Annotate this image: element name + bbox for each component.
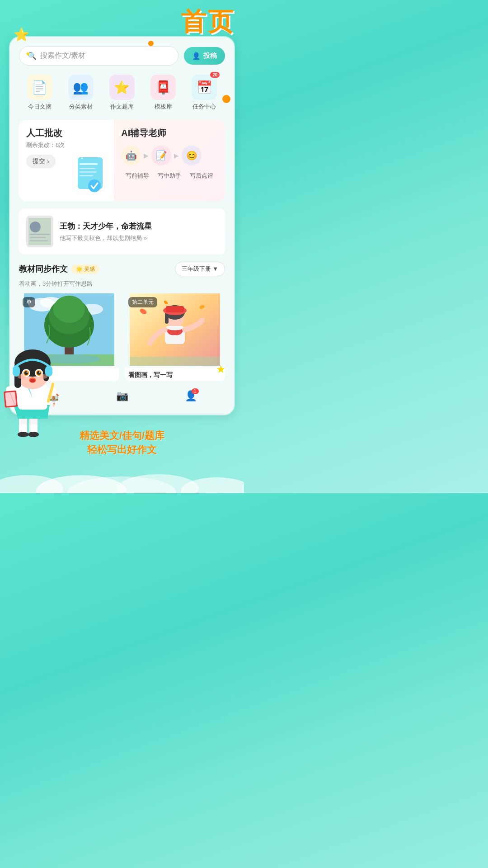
svg-point-62: [39, 374, 47, 379]
nav-item-daily[interactable]: 📄 今日文摘: [27, 75, 52, 111]
ai-step-3-icon: 😊: [182, 146, 202, 165]
daily-extract-label: 今日文摘: [28, 103, 52, 111]
task-center-badge: 20: [210, 72, 220, 78]
ai-tutor-title: AI辅导老师: [121, 127, 218, 139]
deco-star-4: ★: [216, 363, 226, 376]
ai-step-1-icon: 🤖: [121, 146, 141, 165]
article-thumbnail: [26, 216, 53, 247]
tagline-line2: 轻松写出好作文: [0, 443, 244, 457]
svg-point-9: [30, 222, 41, 232]
svg-point-5: [88, 179, 101, 192]
correction-submit-arrow: ›: [47, 158, 49, 165]
svg-rect-2: [80, 168, 95, 169]
section-title: 教材同步作文: [19, 264, 68, 274]
svg-rect-33: [130, 357, 220, 366]
ai-step-label-1: 写前辅导: [121, 172, 153, 180]
svg-point-57: [27, 371, 28, 373]
bottom-clouds: [0, 466, 244, 493]
correction-title: 人工批改: [26, 127, 107, 139]
essay-bank-icon-wrap: ⭐: [109, 75, 135, 100]
character-illustration: [0, 340, 68, 439]
daily-extract-icon: 📄: [32, 80, 47, 95]
category-material-label: 分类素材: [69, 103, 93, 111]
clouds-svg: [0, 466, 244, 493]
ai-step-label-3: 写后点评: [186, 172, 218, 180]
card2-badge: 第二单元: [128, 297, 157, 307]
ai-step-label-2: 写中助手: [153, 172, 185, 180]
bottom-nav-profile[interactable]: 👤 1: [185, 390, 197, 402]
task-center-icon-wrap: 📅 20: [192, 75, 217, 100]
correction-subtitle: 剩余批改：8次: [26, 141, 107, 149]
search-placeholder: 搜索作文/素材: [40, 51, 85, 61]
category-material-icon-wrap: 👥: [68, 75, 94, 100]
svg-rect-10: [30, 234, 50, 235]
card2-title: 看图画，写一写: [125, 368, 225, 381]
nav-item-task[interactable]: 📅 20 任务中心: [192, 75, 217, 111]
ai-steps-row: 🤖 ▶ 📝 ▶ 😊: [121, 146, 218, 165]
deco-circle-2: [222, 95, 230, 103]
section-title-row: 教材同步作文 🌟 灵感: [19, 264, 99, 274]
svg-rect-11: [30, 237, 46, 238]
article-title: 王勃：天才少年，命若流星: [60, 221, 152, 231]
svg-rect-31: [166, 306, 184, 312]
nav-item-category[interactable]: 👥 分类素材: [68, 75, 94, 111]
search-input-wrap[interactable]: 🔍 搜索作文/素材: [19, 46, 178, 66]
page-title-wrapper: 首页: [181, 9, 235, 34]
nav-item-template[interactable]: 📮 模板库: [150, 75, 176, 111]
article-thumb-svg: [26, 216, 53, 247]
submit-btn-icon: 👤: [192, 52, 201, 60]
category-material-icon: 👥: [73, 80, 89, 95]
ai-step-arrow-1: ▶: [144, 152, 149, 159]
svg-point-60: [30, 379, 35, 382]
correction-left: 人工批改 剩余批改：8次 提交 › ": [19, 120, 114, 201]
svg-point-69: [181, 477, 244, 493]
svg-marker-44: [53, 403, 55, 408]
ai-tutor-panel: AI辅导老师 🤖 ▶ 📝 ▶ 😊 写前辅导 写中助手: [114, 120, 225, 201]
nav-item-essay[interactable]: ⭐ 作文题库: [109, 75, 135, 111]
template-bank-label: 模板库: [155, 103, 172, 111]
content-card-girl[interactable]: 第二单元 看图画，写一写: [125, 293, 225, 381]
correction-panel: 人工批改 剩余批改：8次 提交 › ": [19, 120, 225, 201]
correction-submit-label: 提交: [33, 157, 45, 165]
svg-text:": ": [81, 156, 83, 164]
section-subtitle: 看动画，3分钟打开写作思路: [19, 280, 225, 288]
ai-step-2-icon: 📝: [151, 146, 171, 165]
deco-star-1: ⭐: [14, 27, 29, 42]
profile-badge: 1: [192, 388, 199, 394]
task-center-icon: 📅: [197, 80, 212, 95]
daily-extract-icon-wrap: 📄: [27, 75, 52, 100]
doc-svg: ": [74, 155, 110, 196]
svg-point-20: [53, 296, 85, 323]
svg-point-58: [39, 371, 41, 373]
section-header: 教材同步作文 🌟 灵感 三年级下册 ▼: [19, 262, 225, 276]
grade-selector[interactable]: 三年级下册 ▼: [175, 262, 225, 276]
ai-step-labels: 写前辅导 写中助手 写后点评: [121, 172, 218, 180]
essay-bank-label: 作文题库: [110, 103, 134, 111]
doc-illustration: ": [74, 155, 110, 198]
card1-badge: 单: [23, 297, 35, 307]
svg-rect-12: [30, 240, 48, 241]
template-bank-icon: 📮: [155, 80, 171, 95]
article-info: 王勃：天才少年，命若流星 他写下最美秋色，却以悲剧结局 »: [60, 221, 152, 242]
deco-star-2: ✦: [25, 50, 31, 58]
article-card[interactable]: 王勃：天才少年，命若流星 他写下最美秋色，却以悲剧结局 »: [19, 208, 225, 255]
svg-rect-4: [80, 175, 93, 176]
svg-rect-3: [80, 171, 97, 173]
task-center-label: 任务中心: [192, 103, 216, 111]
svg-point-61: [18, 374, 26, 379]
page-title: 首页: [181, 9, 235, 34]
article-desc: 他写下最美秋色，却以悲剧结局 »: [60, 234, 152, 242]
svg-point-38: [18, 432, 28, 437]
correction-submit-btn[interactable]: 提交 ›: [26, 155, 56, 168]
submit-btn[interactable]: 👤 投稿: [184, 47, 225, 65]
character-svg: [0, 340, 68, 439]
bottom-nav-camera[interactable]: 📷: [116, 390, 128, 402]
template-bank-icon-wrap: 📮: [150, 75, 176, 100]
essay-bank-icon: ⭐: [114, 80, 130, 95]
camera-icon: 📷: [116, 390, 128, 402]
section-tag: 🌟 灵感: [71, 264, 99, 274]
deco-circle-1: [148, 41, 154, 46]
ai-step-arrow-2: ▶: [174, 152, 179, 159]
search-bar: 🔍 搜索作文/素材 👤 投稿: [19, 46, 225, 66]
nav-icons-row: 📄 今日文摘 👥 分类素材 ⭐ 作文题库 📮 模板库 📅 20: [19, 75, 225, 111]
